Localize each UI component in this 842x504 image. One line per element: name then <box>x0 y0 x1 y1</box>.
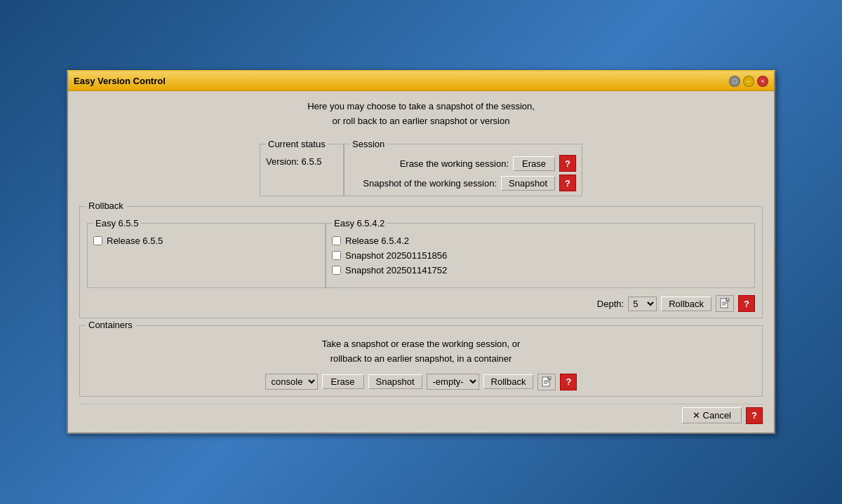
containers-line1: Take a snapshot or erase the working ses… <box>87 337 755 352</box>
release6542-row: Release 6.5.4.2 <box>332 236 749 246</box>
erase-row: Erase the working session: Erase ? <box>350 155 576 172</box>
easy6542-legend: Easy 6.5.4.2 <box>332 218 387 229</box>
cancel-button[interactable]: ✕ Cancel <box>682 407 742 423</box>
erase-label: Erase the working session: <box>350 158 509 169</box>
release6542-checkbox[interactable] <box>332 236 341 245</box>
containers-section: Containers Take a snapshot or erase the … <box>79 325 763 397</box>
current-status-fieldset: Current status Version: 6.5.5 <box>260 139 344 196</box>
empty-select[interactable]: -empty- <box>427 374 479 389</box>
rollback-button[interactable]: Rollback <box>661 297 711 311</box>
containers-doc-button[interactable] <box>537 374 556 390</box>
empty-select-wrap[interactable]: -empty- <box>427 374 479 390</box>
intro-line1: Here you may choose to take a snapshot o… <box>79 100 763 114</box>
containers-content: Take a snapshot or erase the working ses… <box>80 326 762 396</box>
window-title: Easy Version Control <box>74 76 166 86</box>
containers-snapshot-button[interactable]: Snapshot <box>368 374 422 389</box>
snapshot-session-button[interactable]: Snapshot <box>501 176 555 191</box>
rollback-section: Rollback Easy 6.5.5 Release 6.5.5 Easy 6… <box>79 206 763 318</box>
current-status-legend: Current status <box>266 139 328 149</box>
containers-intro: Take a snapshot or erase the working ses… <box>87 337 755 367</box>
easy655-fieldset: Easy 6.5.5 Release 6.5.5 <box>87 218 326 288</box>
erase-session-button[interactable]: Erase <box>513 156 555 171</box>
rollback-columns: Easy 6.5.5 Release 6.5.5 Easy 6.5.4.2 Re… <box>87 218 755 288</box>
main-window: Easy Version Control □ – × Here you may … <box>67 70 775 433</box>
snapshot1-label: Snapshot 202501151856 <box>345 250 447 261</box>
containers-erase-button[interactable]: Erase <box>322 374 364 389</box>
version-label: Version: 6.5.5 <box>266 156 338 167</box>
containers-rollback-button[interactable]: Rollback <box>483 374 534 389</box>
containers-doc-icon <box>542 376 552 388</box>
window-body: Here you may choose to take a snapshot o… <box>68 91 774 432</box>
svg-rect-6 <box>548 376 551 379</box>
intro-text: Here you may choose to take a snapshot o… <box>79 100 763 129</box>
rollback-legend: Rollback <box>86 200 126 211</box>
snapshot1-checkbox[interactable] <box>332 251 341 260</box>
containers-legend: Containers <box>86 320 135 330</box>
easy6542-fieldset: Easy 6.5.4.2 Release 6.5.4.2 Snapshot 20… <box>326 218 755 288</box>
snapshot2-checkbox[interactable] <box>332 266 341 275</box>
rollback-content: Easy 6.5.5 Release 6.5.5 Easy 6.5.4.2 Re… <box>80 207 762 318</box>
containers-line2: rollback to an earlier snapshot, in a co… <box>87 352 755 367</box>
containers-help-button[interactable]: ? <box>560 374 577 390</box>
snapshot1-row: Snapshot 202501151856 <box>332 250 749 261</box>
intro-line2: or roll back to an earlier snapshot or v… <box>79 114 763 129</box>
snapshot-help-button[interactable]: ? <box>559 175 576 191</box>
close-button[interactable]: × <box>757 76 768 87</box>
release655-row: Release 6.5.5 <box>93 236 319 246</box>
footer-help-button[interactable]: ? <box>746 407 763 424</box>
erase-help-button[interactable]: ? <box>559 155 576 172</box>
minimize-button[interactable]: – <box>743 76 754 87</box>
rollback-doc-button[interactable] <box>716 295 734 312</box>
container-select-wrap[interactable]: console <box>265 374 318 390</box>
snapshot2-label: Snapshot 202501141752 <box>345 265 447 275</box>
rollback-help-button[interactable]: ? <box>738 295 755 312</box>
doc-icon <box>720 298 730 309</box>
title-bar: Easy Version Control □ – × <box>68 71 774 91</box>
snapshot-row: Snapshot of the working session: Snapsho… <box>350 175 576 191</box>
footer-row: ✕ Cancel ? <box>79 404 763 424</box>
session-legend: Session <box>350 139 387 149</box>
snapshot2-row: Snapshot 202501141752 <box>332 265 749 275</box>
release655-checkbox[interactable] <box>93 236 102 245</box>
easy655-legend: Easy 6.5.5 <box>93 218 140 229</box>
rollback-controls: Depth: 5 3 10 Rollback <box>87 295 755 312</box>
session-fieldset: Session Erase the working session: Erase… <box>344 139 582 196</box>
release6542-label: Release 6.5.4.2 <box>345 236 409 246</box>
depth-label: Depth: <box>597 299 624 309</box>
status-session-row: Current status Version: 6.5.5 Session Er… <box>79 139 763 196</box>
maximize-button[interactable]: □ <box>729 76 740 87</box>
snapshot-label: Snapshot of the working session: <box>350 178 497 189</box>
containers-controls: console Erase Snapshot -empty- Rollback <box>87 374 755 390</box>
container-select[interactable]: console <box>266 374 317 389</box>
svg-rect-1 <box>726 298 729 301</box>
title-bar-buttons: □ – × <box>729 76 768 87</box>
release655-label: Release 6.5.5 <box>107 236 163 246</box>
depth-select[interactable]: 5 3 10 <box>628 297 657 311</box>
